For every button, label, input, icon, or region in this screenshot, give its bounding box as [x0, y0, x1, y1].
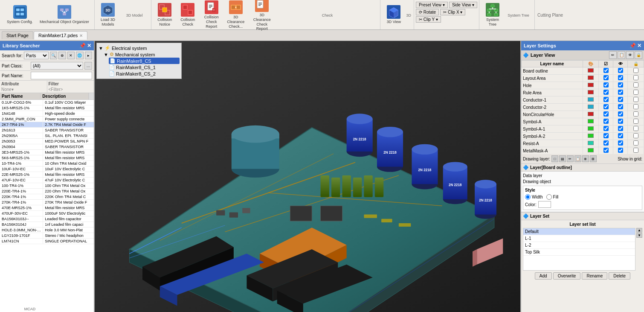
part-row[interactable]: 100-TR4-1%100 Ohm TR4 Metal Ox [0, 183, 94, 189]
fill-radio[interactable] [546, 194, 552, 200]
part-row[interactable]: 22E-MRS25-1%Metal film resistor MRS [0, 172, 94, 178]
part-row[interactable]: 470E-MRS25-1%Metal film resistor MRS [0, 205, 94, 211]
layer-check2[interactable] [618, 148, 623, 153]
layer-check3[interactable] [633, 133, 638, 138]
layer-table-row[interactable]: Symbol-A-2 [522, 133, 644, 140]
attr-value[interactable]: None▾ [1, 87, 46, 92]
layer-check1[interactable] [603, 82, 609, 87]
layer-check1-cell[interactable] [599, 96, 613, 104]
tree-item-rainmaker-cs[interactable]: 📄 RainMaker8_CS [109, 58, 180, 64]
layer-table-row[interactable]: Board outline [522, 67, 644, 75]
color-picker[interactable] [538, 201, 551, 208]
layer-set-item[interactable]: Default [523, 228, 635, 235]
layer-check3-cell[interactable] [628, 118, 644, 125]
layer-check2[interactable] [618, 126, 623, 131]
layer-check3-cell[interactable] [628, 140, 644, 147]
layer-check1[interactable] [603, 90, 609, 95]
layer-set-item[interactable]: L-2 [523, 242, 635, 249]
part-row[interactable]: 2K7-TR4-1%2.7K TR4 Metal Oxide F [0, 122, 94, 128]
layer-check2[interactable] [618, 140, 623, 146]
layer-check1-cell[interactable] [599, 125, 613, 133]
dl-icon-2[interactable]: ▤ [559, 155, 566, 162]
layer-table-row[interactable]: Hole [522, 82, 644, 89]
collision-check-button[interactable]: Collision Check [177, 1, 198, 29]
part-row[interactable]: 220K-TR4-1%220K Ohm TR4 Metal C [0, 194, 94, 200]
layer-check1-cell[interactable] [599, 67, 613, 75]
layer-set-overwrite-button[interactable]: Overwrite [553, 272, 581, 280]
layer-view-btn3[interactable]: 👁 [626, 51, 634, 59]
dl-icon-1[interactable]: □ [551, 155, 558, 162]
layer-check1[interactable] [603, 126, 609, 131]
tree-item-rainmaker-cs1[interactable]: 📄 RainMaker8_CS_1 [109, 64, 180, 70]
layer-set-item[interactable]: L-1 [523, 235, 635, 242]
filter-value[interactable]: <Filter> [49, 87, 93, 92]
layer-check3-cell[interactable] [628, 111, 644, 118]
part-row[interactable]: 10UF-10V-EC10uF 10V Electrolytic C [0, 166, 94, 172]
search-button-3[interactable]: ✕ [67, 52, 75, 59]
side-view-button[interactable]: Side View ▾ [449, 2, 477, 8]
collision-report-button[interactable]: ! Collision Check Report [200, 0, 223, 31]
rp-pin-button[interactable]: 📌 [629, 43, 636, 49]
layer-set-rename-button[interactable]: Rename [582, 272, 607, 280]
layer-check3[interactable] [633, 104, 638, 109]
layer-check2[interactable] [618, 75, 623, 80]
layer-check2[interactable] [618, 133, 623, 138]
layer-check3[interactable] [633, 119, 638, 124]
layer-check1-cell[interactable] [599, 118, 613, 125]
layer-set-add-button[interactable]: Add [535, 272, 552, 280]
panel-pin-button[interactable]: 📌 [79, 43, 86, 49]
part-row[interactable]: 1N4148High-speed diode [0, 111, 94, 117]
part-row[interactable]: 2N3053MED.POWER SIL.NPN F [0, 139, 94, 144]
part-row[interactable]: LGY2109-1701FStereo / Mic headphon [0, 233, 94, 239]
layer-check2-cell[interactable] [613, 111, 628, 118]
layer-set-scroll-up[interactable]: ▲ [636, 228, 642, 233]
layer-table-row[interactable]: Conductor-2 [522, 104, 644, 111]
tab-rainmaker-close[interactable]: ✕ [79, 33, 83, 38]
search-button-5[interactable]: ▸ [85, 52, 92, 59]
pcb-3d-view[interactable]: 2N 2218 2N 2218 2N 2218 2N 2218 2N 2218 [95, 41, 520, 312]
layer-check1[interactable] [603, 119, 609, 124]
part-row[interactable]: 2.5MM_PWR_CONPower supply connecte [0, 117, 94, 122]
layer-check3[interactable] [633, 111, 638, 117]
layer-check1[interactable] [603, 140, 609, 146]
layer-check3[interactable] [633, 90, 638, 95]
part-row[interactable]: BA156K0103J--Leaded film capacitor [0, 216, 94, 222]
layer-check3[interactable] [633, 75, 638, 80]
layer-check1[interactable] [603, 75, 609, 80]
layer-check1-cell[interactable] [599, 111, 613, 118]
part-row[interactable]: 1K5-MRS25-1%Metal film resistor MRS [0, 105, 94, 111]
layer-view-btn2[interactable]: 📋 [618, 51, 625, 59]
layer-view-btn4[interactable]: 🔒 [635, 51, 642, 59]
part-row[interactable]: 3E3-MRS25-1%Metal film resistor MRS [0, 150, 94, 155]
layer-view-btn1[interactable]: ✏ [609, 51, 617, 59]
search-for-select[interactable]: Parts Nets [24, 52, 49, 59]
layer-check2-cell[interactable] [613, 118, 628, 125]
layer-check3-cell[interactable] [628, 147, 644, 155]
search-button-2[interactable]: ⊕ [58, 52, 66, 59]
tree-item-rainmaker-cs2[interactable]: 📄 RainMaker8_CS_2 [109, 70, 180, 77]
layer-check1[interactable] [603, 133, 609, 138]
part-class-select[interactable]: (All) [31, 62, 83, 70]
part-list[interactable]: 0.1UF-COG2-5%0.1uf 100V COG Mlayer1K5-MR… [0, 100, 94, 312]
part-row[interactable]: HOLE-3.0MM_NON-PLHole 3.0 MM Non-Plat [0, 227, 94, 233]
layer-check3[interactable] [633, 148, 638, 153]
layer-check3-cell[interactable] [628, 104, 644, 111]
layer-check2-cell[interactable] [613, 82, 628, 89]
part-row[interactable]: BA156K0104J1nf Leaded film capaci [0, 222, 94, 227]
dl-icon-3[interactable]: ✏ [567, 155, 574, 162]
load-3d-button[interactable]: 3D Load 3D Models [97, 1, 119, 29]
layer-check3[interactable] [633, 97, 638, 102]
layer-set-list[interactable]: DefaultL-1L-2Top Silk [523, 228, 635, 271]
search-button-1[interactable]: 🔍 [50, 52, 57, 59]
collision-notice-button[interactable]: Collision Notice [154, 1, 175, 29]
layer-check3[interactable] [633, 140, 638, 146]
layer-check1-cell[interactable] [599, 133, 613, 140]
layer-table-row[interactable]: Symbol-A [522, 118, 644, 125]
3d-clearance-report-button[interactable]: 3D Clearance Check Report [249, 0, 276, 33]
layer-check2-cell[interactable] [613, 125, 628, 133]
layer-check1[interactable] [603, 148, 609, 153]
layer-check3[interactable] [633, 126, 638, 131]
part-row[interactable]: 0.1UF-COG2-5%0.1uf 100V COG Mlayer [0, 100, 94, 105]
mechanical-org-button[interactable]: Mechanical Object Organizer [37, 3, 92, 26]
rp-close-button[interactable]: ✕ [637, 43, 641, 49]
